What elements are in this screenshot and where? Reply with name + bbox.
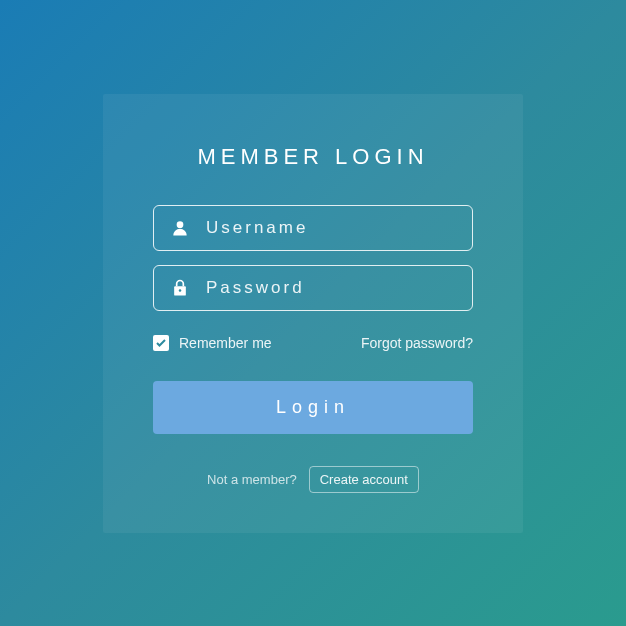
password-group[interactable]: [153, 265, 473, 311]
svg-point-0: [177, 221, 184, 228]
username-group[interactable]: [153, 205, 473, 251]
create-account-button[interactable]: Create account: [309, 466, 419, 493]
checkbox-box: [153, 335, 169, 351]
lock-icon: [170, 278, 190, 298]
username-input[interactable]: [206, 218, 456, 238]
page-title: MEMBER LOGIN: [153, 144, 473, 170]
signup-prompt: Not a member?: [207, 472, 297, 487]
signup-row: Not a member? Create account: [153, 466, 473, 493]
password-input[interactable]: [206, 278, 456, 298]
remember-me-label: Remember me: [179, 335, 272, 351]
login-button[interactable]: Login: [153, 381, 473, 434]
remember-me-checkbox[interactable]: Remember me: [153, 335, 272, 351]
svg-point-2: [179, 289, 182, 292]
forgot-password-link[interactable]: Forgot password?: [361, 335, 473, 351]
login-card: MEMBER LOGIN Remember me: [103, 94, 523, 533]
options-row: Remember me Forgot password?: [153, 335, 473, 351]
user-icon: [170, 218, 190, 238]
